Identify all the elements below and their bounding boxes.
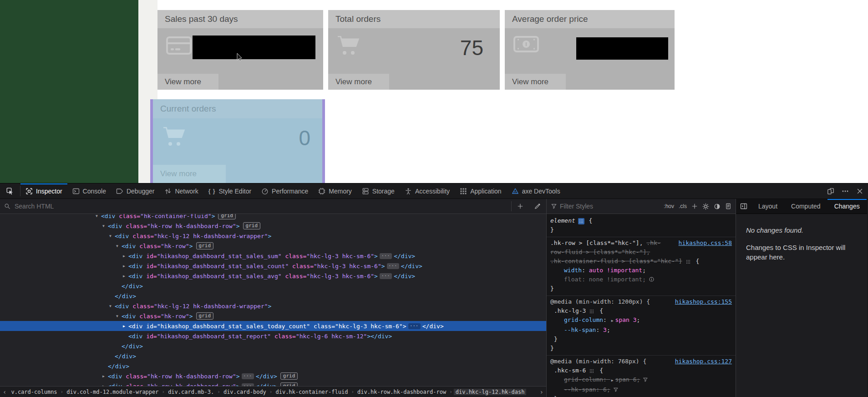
tab-layout[interactable]: Layout <box>751 199 784 214</box>
print-simulation-icon[interactable] <box>723 203 736 209</box>
collapse-arrow-icon[interactable]: ▼ <box>102 224 108 228</box>
inactive-css-info-icon[interactable] <box>649 276 655 282</box>
breadcrumb-item[interactable]: v.card-columns <box>9 389 59 395</box>
grid-badge[interactable]: grid <box>280 372 298 380</box>
breadcrumb-scroll-left-icon[interactable]: ‹ <box>0 388 9 396</box>
tree-node[interactable]: </div> <box>0 281 546 291</box>
grid-toggle-icon[interactable] <box>589 308 595 315</box>
pick-element-button[interactable] <box>0 183 20 198</box>
tree-node[interactable]: </div> <box>0 341 546 351</box>
collapsed-content-badge[interactable]: ··· <box>242 373 254 379</box>
collapse-arrow-icon[interactable]: ▼ <box>109 304 115 308</box>
view-more-link[interactable]: View more <box>157 74 218 90</box>
expand-arrow-icon[interactable]: ▶ <box>123 324 128 328</box>
collapsed-content-badge[interactable]: ··· <box>380 253 392 259</box>
inspector-icon <box>25 188 33 195</box>
tree-node[interactable]: ▶<div id="hikashop_dashboard_stat_sales_… <box>0 271 546 281</box>
add-rule-button[interactable] <box>689 203 700 209</box>
tree-node[interactable]: ▼<div class="hk-row">grid <box>0 241 546 251</box>
collapsed-content-badge[interactable]: ··· <box>408 323 421 329</box>
card-current-orders-highlighted: Current orders 0 View more <box>150 99 325 183</box>
card-title: Sales past 30 days <box>157 10 323 28</box>
view-more-link[interactable]: View more <box>153 165 226 183</box>
stylesheet-link[interactable]: hikashop.css:58 <box>679 239 732 248</box>
sidebar-toggle-icon[interactable] <box>736 199 751 214</box>
breadcrumb-item[interactable]: div.col-md-12.module-wrapper <box>65 389 160 395</box>
tree-node[interactable]: ▼<div class="hkc-lg-12 hk-dashboard-wrap… <box>0 301 546 311</box>
expand-arrow-icon[interactable]: ▶ <box>123 254 128 258</box>
tab-performance[interactable]: Performance <box>256 183 313 198</box>
tab-application[interactable]: Application <box>455 183 507 198</box>
grid-badge[interactable]: grid <box>218 214 236 219</box>
tab-memory[interactable]: Memory <box>313 183 357 198</box>
tab-debugger[interactable]: Debugger <box>111 183 160 198</box>
view-more-link[interactable]: View more <box>505 74 566 90</box>
overridden-filter-icon[interactable] <box>613 387 619 392</box>
collapse-arrow-icon[interactable]: ▼ <box>116 244 122 248</box>
breadcrumb-item[interactable]: div.card.mb-3. <box>166 389 216 395</box>
expand-computed-icon[interactable]: ▶ <box>611 376 614 385</box>
tab-storage[interactable]: Storage <box>357 183 400 198</box>
expand-computed-icon[interactable]: ▶ <box>611 316 614 326</box>
tab-axe-devtools[interactable]: axaxe DevTools <box>507 183 565 198</box>
breadcrumb-item[interactable]: div.hk-row.hk-dashboard-row <box>355 389 448 395</box>
tab-inspector[interactable]: Inspector <box>20 183 67 198</box>
responsive-design-mode-button[interactable] <box>823 183 838 198</box>
expand-arrow-icon[interactable]: ▶ <box>102 374 108 378</box>
tree-node[interactable]: ▶<div id="hikashop_dashboard_stat_sales_… <box>0 261 546 271</box>
expand-arrow-icon[interactable]: ▶ <box>123 274 128 278</box>
tree-node[interactable]: ▶<div class="hk-row hk-dashboard-row">··… <box>0 371 546 381</box>
tree-node[interactable]: ▼<div class="hkc-lg-12 hk-dashboard-wrap… <box>0 231 546 241</box>
tree-node[interactable]: </div> <box>0 291 546 301</box>
tree-node[interactable]: ▼<div class="hk-container-fluid">grid <box>0 214 546 221</box>
search-html-input[interactable] <box>14 202 511 210</box>
grid-badge[interactable]: grid <box>196 312 214 320</box>
filter-styles-input[interactable]: Filter Styles <box>560 203 661 210</box>
grid-badge[interactable]: grid <box>196 242 214 249</box>
tree-node-selected[interactable]: ▶<div id="hikashop_dashboard_stat_sales_… <box>0 321 546 331</box>
breadcrumb-item[interactable]: div.card-body <box>222 389 268 395</box>
dark-scheme-icon[interactable] <box>711 203 723 210</box>
admin-sidebar[interactable] <box>0 0 138 183</box>
view-more-link[interactable]: View more <box>328 74 389 90</box>
tab-accessibility[interactable]: Accessibility <box>400 183 455 198</box>
breadcrumb-item[interactable]: div.hkc-lg-12.hk-dash <box>454 389 527 395</box>
collapse-arrow-icon[interactable]: ▼ <box>109 234 115 238</box>
stylesheet-link[interactable]: hikashop.css:155 <box>675 297 732 306</box>
tree-node[interactable]: ▼<div class="hk-row hk-dashboard-row">gr… <box>0 221 546 231</box>
collapse-arrow-icon[interactable]: ▼ <box>116 314 122 318</box>
close-devtools-button[interactable] <box>853 183 867 198</box>
tab-style-editor[interactable]: { }Style Editor <box>203 183 256 198</box>
overridden-filter-icon[interactable] <box>643 377 648 382</box>
grid-toggle-icon[interactable] <box>685 259 691 265</box>
tree-node[interactable]: ▶<div id="hikashop_dashboard_stat_sales_… <box>0 251 546 261</box>
grid-toggle-icon-active[interactable] <box>578 218 584 224</box>
tree-node[interactable]: ▶<div class="hk-row hk-dashboard-row">··… <box>0 381 546 386</box>
collapsed-content-badge[interactable]: ··· <box>380 273 392 279</box>
tree-node[interactable]: </div> <box>0 351 546 361</box>
class-panel-button[interactable]: .cls <box>676 203 689 209</box>
tree-node[interactable]: ▼<div class="hk-row">grid <box>0 311 546 321</box>
expand-arrow-icon[interactable]: ▶ <box>123 264 128 268</box>
devtools-menu-button[interactable] <box>838 183 853 198</box>
tab-computed[interactable]: Computed <box>784 199 827 214</box>
tree-node[interactable]: </div> <box>0 361 546 371</box>
collapsed-content-badge[interactable]: ··· <box>387 263 399 269</box>
grid-badge[interactable]: grid <box>280 382 298 386</box>
grid-toggle-icon[interactable] <box>589 368 595 374</box>
grid-badge[interactable]: grid <box>243 222 261 229</box>
pseudo-class-button[interactable]: :hov <box>661 203 676 209</box>
stylesheet-link[interactable]: hikashop.css:127 <box>675 357 732 366</box>
screen: Sales past 30 days View more Total order… <box>0 0 868 397</box>
add-node-button[interactable] <box>512 203 529 209</box>
breadcrumb-item[interactable]: div.hk-container-fluid <box>274 389 350 395</box>
tab-console[interactable]: Console <box>67 183 111 198</box>
breadcrumb-scroll-right-icon[interactable]: › <box>537 388 546 396</box>
eyedropper-button[interactable] <box>529 203 546 209</box>
tab-changes[interactable]: Changes <box>827 199 867 214</box>
light-scheme-icon[interactable] <box>700 203 711 210</box>
collapse-arrow-icon[interactable]: ▼ <box>96 214 101 218</box>
css-rule: hikashop.css:127@media (min-width: 768px… <box>547 356 736 397</box>
tab-network[interactable]: Network <box>159 183 203 198</box>
tree-node[interactable]: <div id="hikashop_dashboard_stat_report"… <box>0 331 546 341</box>
